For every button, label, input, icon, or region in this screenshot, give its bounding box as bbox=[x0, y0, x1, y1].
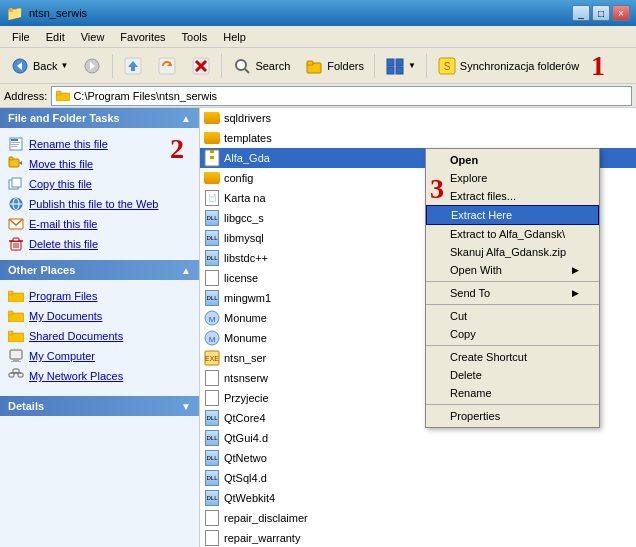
file-name: libgcc_s bbox=[224, 212, 264, 224]
folders-label: Folders bbox=[327, 60, 364, 72]
back-dropdown[interactable]: ▼ bbox=[60, 61, 68, 70]
list-item[interactable]: DLL QtGui4.d bbox=[200, 428, 636, 448]
place-my-computer[interactable]: My Computer bbox=[4, 346, 195, 366]
ctx-open-with[interactable]: Open With ▶ bbox=[426, 261, 599, 279]
ctx-delete[interactable]: Delete bbox=[426, 366, 599, 384]
file-list[interactable]: sqldrivers templates Alfa_Gda config bbox=[200, 108, 636, 547]
ctx-rename[interactable]: Rename bbox=[426, 384, 599, 402]
details-section: Details ▼ bbox=[0, 396, 199, 416]
tasks-header[interactable]: File and Folder Tasks ▲ bbox=[0, 108, 199, 128]
place-program-files-label: Program Files bbox=[29, 290, 97, 302]
file-name: Przyjecie bbox=[224, 392, 269, 404]
minimize-button[interactable]: _ bbox=[572, 5, 590, 21]
task-delete-label: Delete this file bbox=[29, 238, 98, 250]
place-shared-documents-label: Shared Documents bbox=[29, 330, 123, 342]
folders-button[interactable]: Folders bbox=[298, 52, 370, 80]
forward-button[interactable] bbox=[76, 52, 108, 80]
close-button[interactable]: × bbox=[612, 5, 630, 21]
refresh-button[interactable] bbox=[151, 52, 183, 80]
file-name: license bbox=[224, 272, 258, 284]
search-label: Search bbox=[255, 60, 290, 72]
places-header[interactable]: Other Places ▲ bbox=[0, 260, 199, 280]
list-item[interactable]: templates bbox=[200, 128, 636, 148]
menu-help[interactable]: Help bbox=[215, 29, 254, 45]
task-publish[interactable]: Publish this file to the Web bbox=[4, 194, 195, 214]
task-rename[interactable]: Rename this file bbox=[4, 134, 195, 154]
stop-button[interactable] bbox=[185, 52, 217, 80]
ctx-extract-to[interactable]: Extract to Alfa_Gdansk\ bbox=[426, 225, 599, 243]
ctx-copy[interactable]: Copy bbox=[426, 325, 599, 343]
file-name: Karta na bbox=[224, 192, 266, 204]
svg-text:EXE: EXE bbox=[205, 355, 219, 362]
svg-rect-30 bbox=[9, 157, 13, 160]
menu-edit[interactable]: Edit bbox=[38, 29, 73, 45]
menu-favorites[interactable]: Favorites bbox=[112, 29, 173, 45]
place-my-documents-label: My Documents bbox=[29, 310, 102, 322]
my-computer-icon bbox=[8, 348, 24, 364]
up-button[interactable] bbox=[117, 52, 149, 80]
view-dropdown[interactable]: ▼ bbox=[408, 61, 416, 70]
svg-rect-33 bbox=[12, 178, 21, 187]
details-header[interactable]: Details ▼ bbox=[0, 396, 199, 416]
ctx-extract-files[interactable]: Extract files... bbox=[426, 187, 599, 205]
menu-view[interactable]: View bbox=[73, 29, 113, 45]
back-button[interactable]: Back ▼ bbox=[4, 52, 74, 80]
place-program-files[interactable]: Program Files bbox=[4, 286, 195, 306]
sync-button[interactable]: S Synchronizacja folderów bbox=[431, 52, 585, 80]
folder-icon bbox=[204, 130, 220, 146]
ctx-extract-here[interactable]: Extract Here bbox=[426, 205, 599, 225]
list-item[interactable]: DLL QtSql4.d bbox=[200, 468, 636, 488]
list-item[interactable]: DLL QtWebkit4 bbox=[200, 488, 636, 508]
place-my-documents[interactable]: My Documents bbox=[4, 306, 195, 326]
ctx-copy-label: Copy bbox=[450, 328, 476, 340]
maximize-button[interactable]: □ bbox=[592, 5, 610, 21]
dll-icon: DLL bbox=[204, 250, 220, 266]
address-input[interactable]: C:\Program Files\ntsn_serwis bbox=[51, 86, 632, 106]
view-button[interactable]: ▼ bbox=[379, 52, 422, 80]
left-panel: File and Folder Tasks ▲ Rename this bbox=[0, 108, 200, 547]
file-icon bbox=[204, 530, 220, 546]
file-icon: M bbox=[204, 310, 220, 326]
svg-rect-47 bbox=[8, 311, 13, 315]
svg-rect-53 bbox=[9, 373, 14, 377]
ctx-send-to[interactable]: Send To ▶ bbox=[426, 284, 599, 302]
ctx-cut[interactable]: Cut bbox=[426, 307, 599, 325]
toolbar-separator-3 bbox=[374, 54, 375, 78]
search-button[interactable]: Search bbox=[226, 52, 296, 80]
stop-icon bbox=[191, 56, 211, 76]
details-header-label: Details bbox=[8, 400, 44, 412]
task-delete[interactable]: Delete this file bbox=[4, 234, 195, 254]
list-item[interactable]: repair_disclaimer bbox=[200, 508, 636, 528]
task-copy[interactable]: Copy this file bbox=[4, 174, 195, 194]
svg-text:S: S bbox=[444, 61, 451, 72]
move-icon bbox=[8, 156, 24, 172]
file-name: QtCore4 bbox=[224, 412, 266, 424]
task-publish-label: Publish this file to the Web bbox=[29, 198, 158, 210]
ctx-open-label: Open bbox=[450, 154, 478, 166]
list-item[interactable]: repair_warranty bbox=[200, 528, 636, 547]
ctx-open[interactable]: Open bbox=[426, 151, 599, 169]
file-name: Monume bbox=[224, 332, 267, 344]
menu-file[interactable]: File bbox=[4, 29, 38, 45]
list-item[interactable]: DLL QtNetwo bbox=[200, 448, 636, 468]
place-my-network[interactable]: My Network Places bbox=[4, 366, 195, 386]
svg-rect-49 bbox=[8, 331, 13, 335]
task-move[interactable]: Move this file bbox=[4, 154, 195, 174]
email-icon bbox=[8, 216, 24, 232]
ctx-create-shortcut[interactable]: Create Shortcut bbox=[426, 348, 599, 366]
places-content: Program Files My Documents bbox=[0, 280, 199, 392]
ctx-properties[interactable]: Properties bbox=[426, 407, 599, 425]
ctx-explore[interactable]: Explore bbox=[426, 169, 599, 187]
svg-rect-40 bbox=[13, 238, 19, 241]
list-item[interactable]: sqldrivers bbox=[200, 108, 636, 128]
svg-rect-50 bbox=[10, 350, 22, 359]
dll-icon: DLL bbox=[204, 290, 220, 306]
task-email[interactable]: E-mail this file bbox=[4, 214, 195, 234]
file-name: config bbox=[224, 172, 253, 184]
place-shared-documents[interactable]: Shared Documents bbox=[4, 326, 195, 346]
dll-icon: DLL bbox=[204, 430, 220, 446]
folders-icon bbox=[304, 56, 324, 76]
menu-tools[interactable]: Tools bbox=[174, 29, 216, 45]
svg-rect-27 bbox=[11, 144, 19, 145]
ctx-scan[interactable]: Skanuj Alfa_Gdansk.zip bbox=[426, 243, 599, 261]
